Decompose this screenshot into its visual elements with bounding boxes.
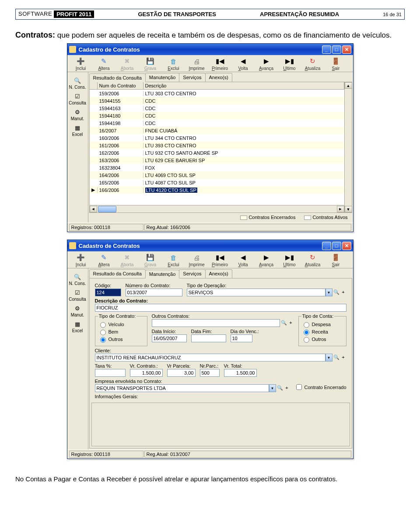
toolbar-avança[interactable]: ▶Avança [256, 57, 277, 71]
table-row[interactable]: 160/2006LTU 344 CTO CENTRO [90, 134, 344, 142]
tab-servi-os[interactable]: Serviços [179, 269, 205, 278]
minimize-button[interactable]: _ [322, 45, 331, 54]
num-contrato-input[interactable] [126, 289, 182, 296]
table-row[interactable]: 15944163CDC [90, 104, 344, 112]
maximize-button[interactable]: □ [332, 242, 341, 250]
table-row[interactable]: 15944198CDC [90, 119, 344, 127]
search-icon[interactable]: 🔍 [281, 320, 287, 326]
scroll-down-icon[interactable]: ▼ [345, 206, 352, 212]
sidebar-consulta[interactable]: ☑Consulta [68, 289, 87, 302]
maximize-button[interactable]: □ [332, 45, 341, 54]
vr-total-input[interactable] [224, 369, 257, 377]
h-scrollbar[interactable]: ◄ ► [90, 205, 344, 212]
toolbar-imprime[interactable]: 🖨Imprime [186, 253, 208, 267]
scroll-right-icon[interactable]: ► [337, 206, 344, 212]
col-desc[interactable]: Descrição [144, 82, 344, 89]
tab-manuten-o[interactable]: Manutenção [145, 73, 180, 82]
tab-anexo-s-[interactable]: Anexo(s) [205, 269, 232, 278]
toolbar-inclui[interactable]: ➕Inclui [70, 253, 92, 267]
tab-manuten-o[interactable]: Manutenção [145, 270, 180, 278]
dropdown-icon[interactable]: ▼ [326, 289, 332, 296]
toolbar-imprime[interactable]: 🖨Imprime [186, 57, 208, 71]
toolbar-exclui[interactable]: 🗑Exclui [163, 57, 185, 71]
close-button[interactable]: ✕ [342, 242, 351, 250]
scroll-left-icon[interactable]: ◄ [90, 206, 97, 212]
tab-resultado-da-consulta[interactable]: Resultado da Consulta [89, 73, 146, 82]
add-icon[interactable]: + [284, 385, 290, 391]
titlebar[interactable]: Cadastro de Contratos _ □ ✕ [67, 240, 353, 251]
dia-venc-input[interactable] [231, 334, 252, 342]
desc-input[interactable] [95, 304, 346, 312]
titlebar[interactable]: Cadastro de Contratos _ □ ✕ [67, 44, 353, 55]
minimize-button[interactable]: _ [322, 242, 331, 250]
search-icon[interactable]: 🔍 [333, 289, 340, 296]
data-fim-input[interactable] [191, 334, 226, 342]
toolbar-exclui[interactable]: 🗑Exclui [163, 253, 185, 267]
close-button[interactable]: ✕ [342, 45, 351, 54]
sidebar-ncons[interactable]: 🔍N. Cons. [68, 76, 87, 90]
table-row[interactable]: ▶166/2006LTU 4120 CTO SUL SP [90, 186, 344, 194]
outros-contratos-input[interactable] [152, 319, 280, 327]
scroll-thumb[interactable] [98, 206, 116, 212]
toolbar-primeiro[interactable]: ▮◀Primeiro [209, 253, 231, 267]
toolbar-altera[interactable]: ✎Altera [93, 253, 115, 267]
vr-contrato-input[interactable] [130, 369, 163, 377]
dropdown-icon[interactable]: ▼ [269, 384, 276, 392]
sidebar-manut[interactable]: ⚙Manut. [68, 304, 87, 317]
vr-parcela-input[interactable] [167, 369, 196, 377]
sidebar-ncons[interactable]: 🔍N. Cons. [68, 273, 87, 286]
tipo-conta-radio[interactable] [304, 330, 309, 335]
add-icon[interactable]: + [340, 355, 346, 361]
nr-parc-input[interactable] [200, 369, 220, 377]
toolbar-volta[interactable]: ◀Volta [232, 57, 254, 71]
search-icon[interactable]: 🔍 [277, 385, 283, 391]
tipo-op-input[interactable] [187, 289, 326, 296]
toolbar-ultimo[interactable]: ▶▮Ultimo [279, 253, 301, 267]
scroll-up-icon[interactable]: ▲ [345, 82, 352, 89]
codigo-input[interactable] [95, 289, 121, 296]
sidebar-excel[interactable]: ▦Excel [68, 124, 87, 137]
table-row[interactable]: 163/2006LTU 629 CEE BARUERI SP [90, 156, 344, 164]
v-scrollbar[interactable]: ▲ ▼ [344, 82, 352, 212]
tab-resultado-da-consulta[interactable]: Resultado da Consulta [89, 269, 146, 278]
sidebar-excel[interactable]: ▦Excel [68, 320, 87, 333]
table-row[interactable]: 164/2006LTU 4069 CTO SUL SP [90, 171, 344, 179]
empresa-input[interactable] [95, 384, 269, 392]
tipo-contrato-radio[interactable] [100, 330, 106, 335]
tab-anexo-s-[interactable]: Anexo(s) [205, 73, 232, 82]
contrato-encerrado-checkbox[interactable] [296, 384, 302, 390]
toolbar-inclui[interactable]: ➕Inclui [70, 57, 92, 71]
search-icon[interactable]: 🔍 [333, 355, 340, 361]
table-row[interactable]: 15944155CDC [90, 97, 344, 104]
tipo-contrato-radio[interactable] [100, 337, 106, 343]
table-row[interactable]: 165/2006LTU 4087 CTO SUL SP [90, 179, 344, 186]
tipo-conta-radio[interactable] [304, 337, 309, 343]
toolbar-altera[interactable]: ✎Altera [93, 57, 115, 71]
toolbar-atualiza[interactable]: ↻Atualiza [302, 253, 324, 267]
sidebar-consulta[interactable]: ☑Consulta [68, 92, 87, 105]
taxa-input[interactable] [95, 369, 126, 377]
col-num[interactable]: Num do Contrato [98, 82, 144, 89]
toolbar-primeiro[interactable]: ▮◀Primeiro [209, 57, 231, 71]
tipo-conta-radio[interactable] [304, 322, 309, 328]
table-row[interactable]: 162/2006LTU 932 CTO SANTO ANDRÉ SP [90, 149, 344, 156]
dropdown-icon[interactable]: ▼ [326, 354, 332, 362]
table-row[interactable]: 161/2006LTU 393 CTO CENTRO [90, 142, 344, 149]
add-icon[interactable]: + [288, 320, 294, 326]
sidebar-manut[interactable]: ⚙Manut. [68, 108, 87, 121]
cliente-input[interactable] [95, 354, 326, 362]
data-inicio-input[interactable] [152, 334, 187, 342]
table-row[interactable]: 15944180CDC [90, 112, 344, 119]
toolbar-volta[interactable]: ◀Volta [232, 253, 254, 267]
toolbar-avança[interactable]: ▶Avança [256, 253, 277, 267]
toolbar-ultimo[interactable]: ▶▮Ultimo [279, 57, 301, 71]
table-row[interactable]: 16323804FOX [90, 164, 344, 171]
toolbar-atualiza[interactable]: ↻Atualiza [302, 57, 324, 71]
tab-servi-os[interactable]: Serviços [179, 73, 205, 82]
info-gerais-area[interactable] [91, 403, 350, 446]
toolbar-sair[interactable]: 🚪Sair [325, 253, 347, 267]
add-icon[interactable]: + [340, 289, 346, 296]
grid-body[interactable]: 159/2006LTU 303 CTO CENTRO15944155CDC159… [90, 90, 344, 205]
toolbar-sair[interactable]: 🚪Sair [325, 57, 347, 71]
table-row[interactable]: 159/2006LTU 303 CTO CENTRO [90, 90, 344, 97]
